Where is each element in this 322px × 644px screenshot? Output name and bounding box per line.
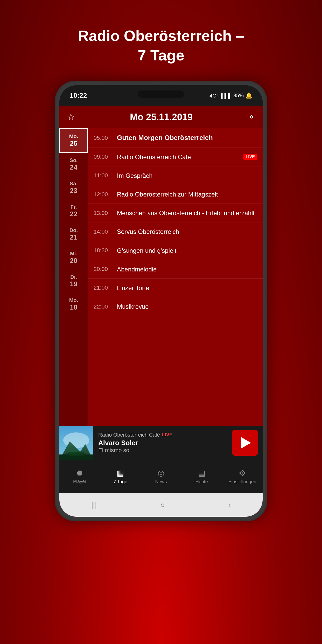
- day-item-do21[interactable]: Do. 21: [59, 223, 88, 246]
- now-playing-live-label: LIVE: [162, 432, 172, 438]
- schedule-item-6[interactable]: 14:00 Servus Oberösterreich: [88, 222, 263, 241]
- schedule-time-1: 05:00: [94, 135, 117, 141]
- schedule-item-5[interactable]: 13:00 Menschen aus Oberösterreich - Erle…: [88, 204, 263, 222]
- sound-icon: 🔔: [245, 92, 252, 99]
- heute-label: Heute: [195, 479, 208, 485]
- news-label: News: [155, 479, 167, 485]
- schedule-time-4: 12:00: [94, 191, 117, 198]
- recents-icon[interactable]: ‹: [228, 501, 231, 509]
- schedule-item-9[interactable]: 21:00 Linzer Torte: [88, 279, 263, 297]
- now-playing-info: Radio Oberösterreich Café LIVE Alvaro So…: [93, 432, 232, 454]
- album-art-thumbnail: [59, 426, 93, 460]
- day-item-sa23[interactable]: Sa. 23: [59, 176, 88, 199]
- nav-item-7tage[interactable]: ▦ 7 Tage: [100, 466, 141, 487]
- battery-indicator: 35%: [233, 93, 244, 99]
- schedule-time-9: 21:00: [94, 284, 117, 291]
- now-playing-station-name: Radio Oberösterreich Café: [98, 432, 160, 438]
- day-item-so24[interactable]: So. 24: [59, 153, 88, 176]
- nav-item-einstellungen[interactable]: ⚙ Einstellungen: [222, 466, 263, 487]
- 7tage-icon: ▦: [117, 468, 124, 478]
- now-playing-artist: Alvaro Soler: [98, 439, 227, 447]
- heute-icon: ▤: [198, 468, 205, 478]
- status-time: 10:22: [70, 92, 87, 100]
- nav-item-news[interactable]: ◎ News: [141, 466, 181, 487]
- schedule-item-4[interactable]: 12:00 Radio Oberösterreich zur Mittagsze…: [88, 185, 263, 204]
- day-sidebar: Mo. 25 So. 24 Sa. 23 Fr. 22: [59, 128, 88, 426]
- network-indicator: 4G⁺ ▌▌▌: [209, 93, 232, 99]
- play-button[interactable]: [232, 430, 258, 456]
- einstellungen-label: Einstellungen: [228, 479, 256, 485]
- schedule-item-7[interactable]: 18:30 G'sungen und g'spielt: [88, 241, 263, 260]
- app-header: ☆ Mo 25.11.2019 ⚬: [59, 106, 263, 128]
- schedule-time-2: 09:00: [94, 153, 117, 160]
- schedule-item-1[interactable]: 05:00 Guten Morgen Oberösterreich: [88, 128, 263, 148]
- home-icon[interactable]: ○: [160, 501, 165, 509]
- schedule-title-6: Servus Oberösterreich: [117, 228, 257, 236]
- day-item-mo25[interactable]: Mo. 25: [59, 128, 88, 153]
- day-item-fr22[interactable]: Fr. 22: [59, 199, 88, 223]
- player-icon: ⏺: [76, 468, 83, 477]
- schedule-title-4: Radio Oberösterreich zur Mittagszeit: [117, 190, 257, 198]
- status-bar: 10:22 4G⁺ ▌▌▌ 35% 🔔: [59, 85, 263, 106]
- schedule-item-2[interactable]: 09:00 Radio Oberösterreich Café LIVE: [88, 148, 263, 166]
- status-icons: 4G⁺ ▌▌▌ 35% 🔔: [209, 92, 252, 99]
- day-item-mi20[interactable]: Mi. 20: [59, 246, 88, 269]
- selected-date: Mo 25.11.2019: [130, 112, 193, 123]
- einstellungen-icon: ⚙: [239, 468, 246, 478]
- day-item-mo18[interactable]: Mo. 18: [59, 293, 88, 316]
- page-title: Radio Oberösterreich – 7 Tage: [78, 26, 244, 65]
- nav-item-heute[interactable]: ▤ Heute: [181, 466, 222, 487]
- schedule-list: 05:00 Guten Morgen Oberösterreich 09:00 …: [88, 128, 263, 426]
- schedule-time-8: 20:00: [94, 266, 117, 272]
- schedule-time-6: 14:00: [94, 228, 117, 235]
- play-triangle-icon: [241, 437, 251, 449]
- search-icon[interactable]: ⚬: [248, 112, 255, 123]
- now-playing-bar[interactable]: Radio Oberösterreich Café LIVE Alvaro So…: [59, 426, 263, 460]
- schedule-item-10[interactable]: 22:00 Musikrevue: [88, 297, 263, 316]
- svg-point-5: [66, 452, 87, 456]
- favorite-star-icon[interactable]: ☆: [67, 112, 75, 123]
- schedule-title-3: Im Gespräch: [117, 172, 257, 180]
- schedule-item-8[interactable]: 20:00 Abendmelodie: [88, 260, 263, 279]
- schedule-time-3: 11:00: [94, 172, 117, 179]
- day-item-di19[interactable]: Di. 19: [59, 269, 88, 293]
- bottom-nav: ⏺ Player ▦ 7 Tage ◎ News ▤ Heute ⚙ Ein: [59, 460, 263, 493]
- schedule-title-8: Abendmelodie: [117, 265, 257, 273]
- schedule-item-3[interactable]: 11:00 Im Gespräch: [88, 166, 263, 185]
- schedule-time-5: 13:00: [94, 210, 117, 216]
- schedule-time-7: 18:30: [94, 247, 117, 254]
- nav-item-player[interactable]: ⏺ Player: [59, 466, 100, 487]
- live-badge: LIVE: [243, 154, 257, 160]
- 7tage-label: 7 Tage: [113, 479, 127, 485]
- system-nav-bar: ||| ○ ‹: [59, 493, 263, 517]
- now-playing-song: El mismo sol: [98, 447, 227, 454]
- schedule-time-10: 22:00: [94, 303, 117, 310]
- schedule-title-2: Radio Oberösterreich Café: [117, 153, 241, 161]
- news-icon: ◎: [158, 468, 164, 478]
- schedule-title-7: G'sungen und g'spielt: [117, 247, 257, 255]
- phone-frame: 10:22 4G⁺ ▌▌▌ 35% 🔔 ☆ Mo 25.11.2019 ⚬ Mo…: [55, 81, 267, 521]
- player-label: Player: [73, 479, 86, 484]
- schedule-title-10: Musikrevue: [117, 303, 257, 311]
- schedule-title-9: Linzer Torte: [117, 284, 257, 292]
- schedule-title-5: Menschen aus Oberösterreich - Erlebt und…: [117, 209, 257, 217]
- schedule-title-1: Guten Morgen Oberösterreich: [117, 134, 257, 142]
- back-icon[interactable]: |||: [91, 501, 97, 509]
